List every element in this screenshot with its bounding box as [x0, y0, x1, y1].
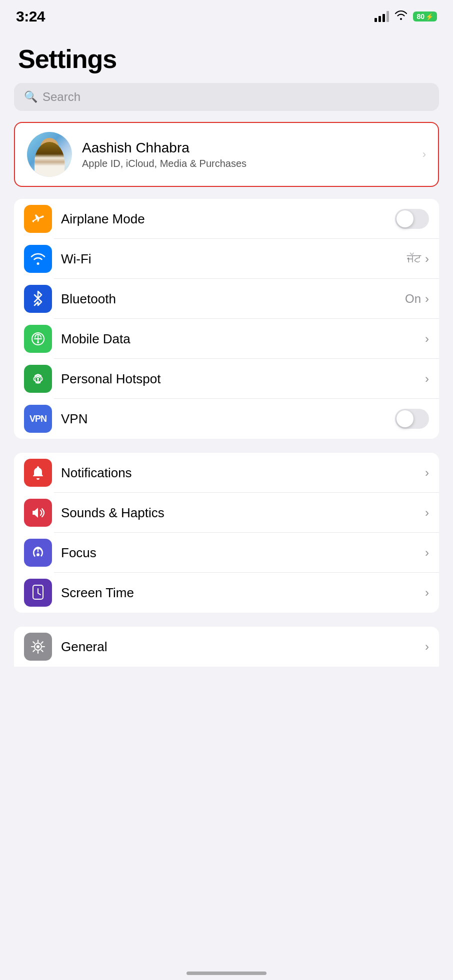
personal-hotspot-icon	[24, 365, 52, 393]
wifi-status-icon	[394, 9, 408, 23]
settings-item-mobile-data[interactable]: Mobile Data ›	[14, 319, 439, 359]
mobile-data-chevron: ›	[425, 332, 429, 346]
wifi-value-container: ਜੱਟ ›	[407, 252, 429, 266]
general-label: General	[61, 639, 416, 655]
connectivity-group: Airplane Mode Wi-Fi ਜੱਟ › Bluetoo	[14, 199, 439, 439]
settings-item-notifications[interactable]: Notifications ›	[14, 453, 439, 493]
focus-icon	[24, 539, 52, 567]
screen-time-chevron: ›	[425, 586, 429, 600]
profile-name: Aashish Chhabra	[82, 140, 412, 156]
settings-item-bluetooth[interactable]: Bluetooth On ›	[14, 279, 439, 319]
notifications-icon	[24, 459, 52, 487]
wifi-icon	[24, 245, 52, 273]
svg-point-1	[37, 341, 39, 343]
page-title: Settings	[0, 30, 453, 83]
vpn-toggle[interactable]	[395, 409, 429, 429]
settings-item-personal-hotspot[interactable]: Personal Hotspot ›	[14, 359, 439, 399]
vpn-icon: VPN	[24, 405, 52, 433]
bluetooth-label: Bluetooth	[61, 291, 396, 307]
status-time: 3:24	[16, 8, 45, 25]
personal-hotspot-chevron-container: ›	[425, 372, 429, 386]
airplane-mode-toggle-container	[395, 209, 429, 229]
personal-hotspot-label: Personal Hotspot	[61, 371, 416, 387]
search-bar[interactable]: 🔍 Search	[14, 83, 439, 111]
settings-item-focus[interactable]: Focus ›	[14, 533, 439, 573]
home-indicator	[186, 972, 266, 975]
profile-info: Aashish Chhabra Apple ID, iCloud, Media …	[82, 140, 412, 169]
profile-card[interactable]: Aashish Chhabra Apple ID, iCloud, Media …	[14, 122, 439, 187]
bluetooth-status: On	[405, 292, 421, 306]
focus-chevron-container: ›	[425, 546, 429, 560]
settings-item-general[interactable]: General ›	[14, 627, 439, 667]
notifications-label: Notifications	[61, 465, 416, 481]
bluetooth-value-container: On ›	[405, 292, 429, 306]
general-icon	[24, 633, 52, 661]
wifi-network-name: ਜੱਟ	[407, 252, 421, 265]
status-bar: 3:24 80	[0, 0, 453, 30]
settings-item-wifi[interactable]: Wi-Fi ਜੱਟ ›	[14, 239, 439, 279]
settings-item-sounds[interactable]: Sounds & Haptics ›	[14, 493, 439, 533]
profile-subtitle: Apple ID, iCloud, Media & Purchases	[82, 158, 412, 169]
search-icon: 🔍	[24, 90, 38, 103]
search-input[interactable]: Search	[42, 90, 80, 104]
battery-icon: 80	[413, 11, 437, 21]
signal-icon	[374, 11, 389, 22]
wifi-chevron: ›	[425, 252, 429, 266]
screen-time-chevron-container: ›	[425, 586, 429, 600]
mobile-data-icon	[24, 325, 52, 353]
sounds-chevron-container: ›	[425, 506, 429, 520]
vpn-toggle-container	[395, 409, 429, 429]
notifications-chevron-container: ›	[425, 466, 429, 480]
settings-item-vpn[interactable]: VPN VPN	[14, 399, 439, 439]
notifications-group: Notifications › Sounds & Haptics › Foc	[14, 453, 439, 613]
status-icons: 80	[374, 9, 437, 23]
profile-chevron: ›	[422, 148, 426, 161]
avatar	[27, 132, 72, 177]
wifi-label: Wi-Fi	[61, 251, 398, 267]
focus-chevron: ›	[425, 546, 429, 560]
svg-point-5	[36, 645, 40, 648]
airplane-mode-label: Airplane Mode	[61, 211, 386, 227]
general-group: General ›	[14, 627, 439, 667]
sounds-label: Sounds & Haptics	[61, 505, 416, 521]
sounds-chevron: ›	[425, 506, 429, 520]
vpn-label: VPN	[61, 411, 386, 427]
airplane-mode-toggle[interactable]	[395, 209, 429, 229]
settings-item-screen-time[interactable]: Screen Time ›	[14, 573, 439, 613]
bluetooth-icon	[24, 285, 52, 313]
screen-time-icon	[24, 579, 52, 607]
airplane-mode-icon	[24, 205, 52, 233]
notifications-chevron: ›	[425, 466, 429, 480]
general-chevron-container: ›	[425, 640, 429, 654]
general-chevron: ›	[425, 640, 429, 654]
focus-label: Focus	[61, 545, 416, 561]
mobile-data-chevron-container: ›	[425, 332, 429, 346]
settings-item-airplane-mode[interactable]: Airplane Mode	[14, 199, 439, 239]
sounds-icon	[24, 499, 52, 527]
screen-time-label: Screen Time	[61, 585, 416, 601]
bluetooth-chevron: ›	[425, 292, 429, 306]
mobile-data-label: Mobile Data	[61, 331, 416, 347]
personal-hotspot-chevron: ›	[425, 372, 429, 386]
